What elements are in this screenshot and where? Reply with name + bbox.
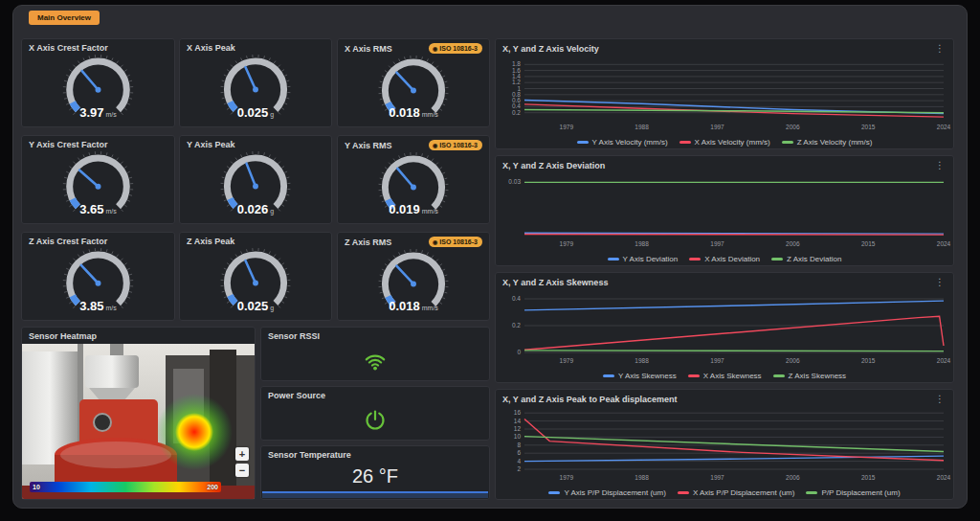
panel-menu-icon[interactable]: ⋮: [933, 277, 947, 287]
svg-text:0.2: 0.2: [512, 322, 521, 328]
svg-text:1.2: 1.2: [512, 79, 521, 85]
panel-x-axis-rms: X Axis RMS◉ISO 10816-30.018mm/s: [337, 38, 490, 127]
legend-item[interactable]: X Axis Skewness: [688, 372, 762, 380]
svg-text:1.6: 1.6: [512, 67, 521, 74]
panel-x-axis-crest-factor: X Axis Crest Factor3.97m/s: [21, 38, 175, 127]
svg-text:1997: 1997: [710, 240, 724, 247]
legend-item[interactable]: Y Axis P/P Displacement (um): [548, 488, 665, 497]
svg-text:2024: 2024: [937, 124, 951, 130]
panel-menu-icon[interactable]: ⋮: [933, 43, 947, 54]
wifi-icon: [363, 350, 388, 373]
temperature-sparkline: [262, 491, 488, 498]
panel-title-power-source: Power Source: [268, 391, 325, 400]
panel-title: Z Axis RMS: [345, 238, 391, 247]
iso-badge-icon: ◉: [433, 239, 437, 245]
legend-item[interactable]: X Axis Deviation: [689, 255, 760, 263]
svg-text:1979: 1979: [560, 357, 574, 364]
iso-badge[interactable]: ◉ISO 10816-3: [429, 140, 482, 150]
iso-badge[interactable]: ◉ISO 10816-3: [429, 43, 482, 54]
svg-text:0.4: 0.4: [512, 102, 521, 109]
legend-label: P/P Displacement (um): [821, 488, 900, 497]
svg-text:1988: 1988: [635, 357, 649, 364]
svg-text:1997: 1997: [710, 124, 724, 130]
iso-badge-label: ISO 10816-3: [439, 44, 478, 53]
power-icon: [364, 409, 387, 432]
legend-item[interactable]: Z Axis Velocity (mm/s): [782, 138, 873, 147]
panel-title: Y Axis Peak: [187, 140, 235, 149]
legend-swatch: [782, 141, 793, 144]
legend-item[interactable]: P/P Displacement (um): [806, 488, 900, 497]
panel-x-y-and-z-axis-peak-to-peak-displacement: X, Y and Z Axis Peak to Peak displacemen…: [495, 389, 954, 500]
tab-main-overview[interactable]: Main Overview: [29, 11, 100, 25]
legend-label: Y Axis Deviation: [623, 255, 679, 263]
panel-sensor-heatmap: Sensor Heatmap: [21, 327, 256, 500]
svg-text:1: 1: [517, 85, 521, 92]
svg-text:2015: 2015: [861, 357, 876, 364]
svg-text:0.6: 0.6: [512, 97, 521, 103]
iso-badge-icon: ◉: [433, 143, 437, 148]
svg-text:6: 6: [517, 449, 521, 456]
gauge-value: 0.025g: [180, 297, 331, 314]
panel-menu-icon[interactable]: ⋮: [933, 160, 947, 170]
svg-text:8: 8: [517, 442, 521, 448]
panel-y-axis-peak: Y Axis Peak0.026g: [179, 135, 332, 224]
gauge-value: 0.026g: [180, 200, 331, 217]
legend-item[interactable]: Y Axis Deviation: [608, 255, 679, 263]
svg-text:2024: 2024: [937, 474, 951, 481]
chart-legend: Y Axis P/P Displacement (um)X Axis P/P D…: [496, 488, 953, 497]
panel-title: X, Y and Z Axis Velocity: [502, 44, 599, 54]
svg-text:1979: 1979: [560, 474, 574, 481]
zoom-in-button[interactable]: +: [235, 447, 249, 461]
panel-title-sensor-heatmap: Sensor Heatmap: [29, 331, 97, 341]
panel-x-y-and-z-axis-skewness: X, Y and Z Axis Skewness⋮00.20.419791988…: [495, 272, 954, 383]
gauge-value: 3.65m/s: [22, 200, 174, 217]
panel-title: Y Axis RMS: [345, 141, 392, 150]
iso-badge-icon: ◉: [433, 46, 437, 52]
heatmap-color-scale: 10 200: [30, 482, 221, 492]
iso-badge[interactable]: ◉ISO 10816-3: [429, 237, 482, 247]
svg-text:1988: 1988: [635, 240, 649, 247]
legend-label: X Axis P/P Displacement (um): [693, 488, 795, 497]
panel-x-axis-peak: X Axis Peak0.025g: [179, 38, 332, 127]
panel-power-source: Power Source: [260, 386, 490, 441]
svg-text:1.8: 1.8: [512, 60, 521, 67]
panel-sensor-rssi: Sensor RSSI: [260, 327, 490, 381]
temperature-value: 26 °F: [261, 462, 489, 490]
gauge-value: 0.025g: [180, 103, 331, 121]
chart-plot: 246810121416197919881997200620152024: [496, 405, 953, 482]
panel-y-axis-crest-factor: Y Axis Crest Factor3.65m/s: [21, 135, 175, 224]
legend-label: Z Axis Deviation: [787, 255, 841, 263]
svg-text:0: 0: [517, 349, 521, 355]
svg-text:1979: 1979: [560, 240, 574, 247]
panel-title: Z Axis Crest Factor: [29, 237, 107, 246]
legend-swatch: [577, 141, 589, 144]
panel-title: X Axis RMS: [345, 44, 392, 54]
svg-text:10: 10: [514, 433, 522, 440]
legend-item[interactable]: Z Axis Deviation: [771, 255, 841, 263]
legend-label: Z Axis Velocity (mm/s): [797, 138, 873, 147]
legend-item[interactable]: Y Axis Velocity (mm/s): [577, 138, 668, 147]
panel-title: Z Axis Peak: [187, 237, 234, 246]
iso-badge-label: ISO 10816-3: [439, 141, 478, 149]
panel-z-axis-rms: Z Axis RMS◉ISO 10816-30.018mm/s: [337, 232, 490, 321]
svg-text:2006: 2006: [786, 357, 800, 364]
legend-swatch: [678, 491, 689, 494]
legend-label: X Axis Deviation: [704, 255, 760, 263]
panel-title: X, Y and Z Axis Skewness: [502, 278, 608, 287]
gauge-value: 3.97m/s: [22, 103, 174, 121]
legend-item[interactable]: Y Axis Skewness: [603, 372, 677, 380]
svg-text:0.2: 0.2: [512, 109, 521, 116]
panel-menu-icon[interactable]: ⋮: [933, 394, 947, 404]
panel-x-y-and-z-axis-deviation: X, Y and Z Axis Deviation⋮0.031979198819…: [495, 155, 954, 266]
zoom-out-button[interactable]: −: [235, 464, 249, 477]
panel-z-axis-peak: Z Axis Peak0.025g: [179, 232, 332, 321]
legend-item[interactable]: Z Axis Skewness: [773, 372, 846, 380]
svg-text:2006: 2006: [786, 474, 800, 481]
panel-title-sensor-temperature: Sensor Temperature: [268, 450, 351, 460]
svg-text:2024: 2024: [937, 240, 951, 247]
panel-title: Y Axis Crest Factor: [29, 140, 108, 149]
legend-swatch: [548, 491, 560, 494]
legend-item[interactable]: X Axis Velocity (mm/s): [679, 138, 770, 147]
legend-item[interactable]: X Axis P/P Displacement (um): [678, 488, 795, 497]
legend-swatch: [688, 374, 700, 377]
